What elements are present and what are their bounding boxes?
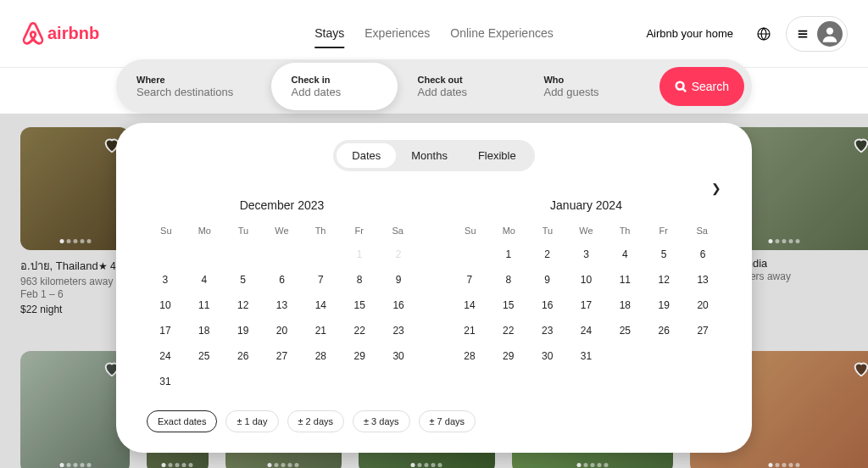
calendar-day[interactable]: 31 [147, 370, 184, 393]
calendar-day[interactable]: 25 [186, 344, 223, 368]
calendar-day[interactable]: 8 [490, 268, 527, 292]
flex-pill[interactable]: ± 1 day [225, 410, 278, 432]
calendar-day[interactable]: 10 [147, 293, 184, 317]
calendar-day[interactable]: 8 [341, 268, 378, 292]
dow-cell: Tu [528, 226, 567, 236]
who-value: Add guests [543, 86, 638, 98]
calendar-day[interactable]: 12 [225, 293, 262, 317]
calendar-day[interactable]: 28 [451, 344, 488, 368]
calendar-day[interactable]: 29 [341, 344, 378, 368]
calendar-day[interactable]: 14 [302, 293, 339, 317]
svg-point-1 [826, 27, 833, 34]
calendar-day[interactable]: 5 [645, 242, 682, 266]
calendar-day[interactable]: 14 [451, 293, 488, 317]
calendar-day[interactable]: 20 [264, 319, 301, 343]
search-checkout[interactable]: Check out Add dates [398, 63, 524, 110]
calendar-day[interactable]: 6 [684, 242, 721, 266]
flex-pill[interactable]: ± 3 days [353, 410, 410, 432]
calendar-day[interactable]: 23 [380, 319, 417, 343]
calendar-day[interactable]: 29 [490, 344, 527, 368]
calendar-day[interactable]: 22 [490, 319, 527, 343]
tab-stays[interactable]: Stays [314, 20, 344, 48]
calendar-day[interactable]: 11 [606, 268, 643, 292]
calendar-day[interactable]: 10 [568, 268, 605, 292]
month-2-name: January 2024 [451, 198, 721, 212]
calendar-day[interactable]: 18 [606, 293, 643, 317]
calendar-day[interactable]: 26 [225, 344, 262, 368]
calendar-day[interactable]: 27 [264, 344, 301, 368]
globe-icon[interactable] [748, 19, 779, 49]
checkin-label: Check in [292, 75, 377, 85]
month-2: January 2024 SuMoTuWeThFrSa 123456789101… [451, 198, 721, 393]
calendar-day[interactable]: 5 [225, 268, 262, 292]
calendar-day[interactable]: 17 [568, 293, 605, 317]
calendar-day[interactable]: 17 [147, 319, 184, 343]
search-checkin[interactable]: Check in Add dates [271, 63, 398, 110]
calendar-day[interactable]: 31 [568, 344, 605, 368]
calendar-day[interactable]: 21 [451, 319, 488, 343]
search-where[interactable]: Where Search destinations [116, 63, 271, 110]
calendar-day[interactable]: 15 [490, 293, 527, 317]
user-menu[interactable] [786, 16, 848, 52]
flex-pill[interactable]: Exact dates [147, 410, 217, 432]
calendar-day[interactable]: 1 [490, 242, 527, 266]
calendar-day[interactable]: 13 [264, 293, 301, 317]
where-value: Search destinations [136, 86, 251, 98]
calendar-day[interactable]: 15 [341, 293, 378, 317]
calendar-day[interactable]: 23 [529, 319, 566, 343]
calendar-day[interactable]: 27 [684, 319, 721, 343]
logo[interactable]: airbnb [20, 21, 99, 47]
calendar-day[interactable]: 3 [147, 268, 184, 292]
tab-experiences[interactable]: Experiences [364, 20, 430, 48]
calendar-day[interactable]: 21 [302, 319, 339, 343]
dow-cell: Th [605, 226, 644, 236]
calendar-day[interactable]: 4 [606, 242, 643, 266]
calendar-day[interactable]: 13 [684, 268, 721, 292]
calendar-day[interactable]: 25 [606, 319, 643, 343]
flex-pill[interactable]: ± 7 days [419, 410, 476, 432]
calendar-day[interactable]: 30 [380, 344, 417, 368]
calendar-day[interactable]: 20 [684, 293, 721, 317]
nav-tabs: Stays Experiences Online Experiences [314, 20, 553, 48]
calendar-day[interactable]: 2 [529, 242, 566, 266]
flex-pill[interactable]: ± 2 days [287, 410, 345, 432]
calendar-day[interactable]: 26 [645, 319, 682, 343]
calendar-day[interactable]: 16 [529, 293, 566, 317]
svg-point-2 [676, 82, 683, 90]
dow-cell: Tu [224, 226, 263, 236]
calendar-panel: Dates Months Flexible ❯ December 2023 Su… [116, 123, 752, 453]
dow-cell: Sa [682, 226, 721, 236]
brand-text: airbnb [47, 24, 99, 43]
calendar-day[interactable]: 9 [380, 268, 417, 292]
calendar-day[interactable]: 6 [264, 268, 301, 292]
calendar-day[interactable]: 12 [645, 268, 682, 292]
host-link[interactable]: Airbnb your home [637, 19, 742, 48]
dow-cell: Fr [644, 226, 683, 236]
search-button[interactable]: Search [659, 67, 744, 106]
search-bar-wrap: Where Search destinations Check in Add d… [0, 68, 868, 114]
calendar-day[interactable]: 4 [186, 268, 223, 292]
tab-online-experiences[interactable]: Online Experiences [450, 20, 553, 48]
calendar-day[interactable]: 9 [529, 268, 566, 292]
cal-tab-months[interactable]: Months [396, 143, 463, 168]
calendar-day[interactable]: 24 [568, 319, 605, 343]
calendar-day[interactable]: 3 [568, 242, 605, 266]
month-1-name: December 2023 [147, 198, 417, 212]
calendar-day[interactable]: 19 [645, 293, 682, 317]
calendar-day[interactable]: 16 [380, 293, 417, 317]
calendar-day[interactable]: 7 [451, 268, 488, 292]
calendar-day[interactable]: 28 [302, 344, 339, 368]
calendar-day[interactable]: 18 [186, 319, 223, 343]
calendar-day[interactable]: 30 [529, 344, 566, 368]
cal-tab-flexible[interactable]: Flexible [463, 143, 531, 168]
dow-cell: Su [147, 226, 186, 236]
cal-tab-dates[interactable]: Dates [337, 143, 396, 168]
search-who[interactable]: Who Add guests [523, 63, 659, 110]
calendar-day[interactable]: 22 [341, 319, 378, 343]
dow-cell: We [567, 226, 606, 236]
calendar-day[interactable]: 7 [302, 268, 339, 292]
calendar-day[interactable]: 19 [225, 319, 262, 343]
calendar-day[interactable]: 24 [147, 344, 184, 368]
calendar-day[interactable]: 11 [186, 293, 223, 317]
calendar-next-icon[interactable]: ❯ [711, 181, 721, 195]
